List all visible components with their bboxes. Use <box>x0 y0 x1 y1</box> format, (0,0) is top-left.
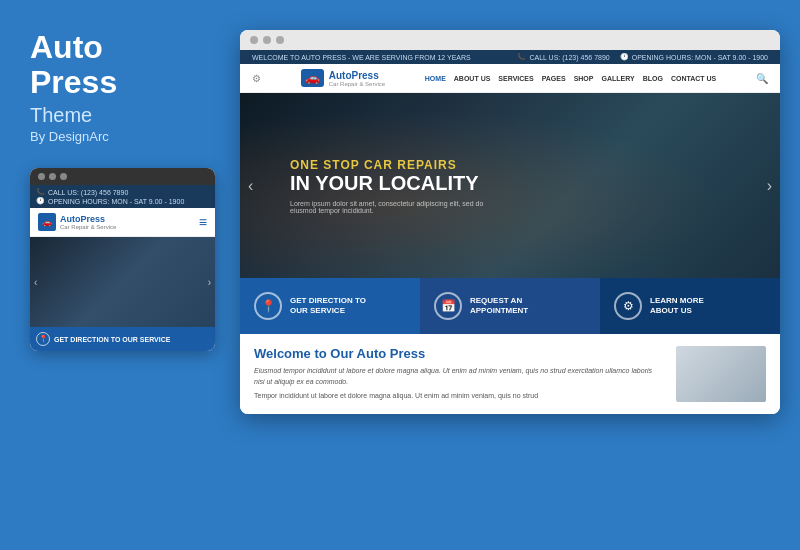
mobile-hero-bg <box>30 237 215 327</box>
hero-line2: IN YOUR LOCALITY <box>290 172 510 194</box>
cta-direction[interactable]: 📍 GET DIRECTION TOOUR SERVICE <box>240 278 420 334</box>
phone-icon: 📞 <box>36 188 45 196</box>
clock-icon-site: 🕐 <box>620 53 629 61</box>
welcome-text-block: Welcome to Our Auto Press Eiusmod tempor… <box>254 346 664 402</box>
mobile-cta-icon: 📍 <box>36 332 50 346</box>
site-logo-tagline: Car Repair & Service <box>329 81 385 87</box>
browser-dot-3 <box>276 36 284 44</box>
mobile-mockup: 📞 CALL US: (123) 456 7890 🕐 OPENING HOUR… <box>30 168 215 351</box>
site-logo: 🚗 AutoPress Car Repair & Service <box>301 69 385 87</box>
cta-learn-more[interactable]: ⚙ LEARN MOREABOUT US <box>600 278 780 334</box>
cta-learn-more-text: LEARN MOREABOUT US <box>650 296 704 315</box>
site-hours-text: OPENING HOURS: MON - SAT 9.00 - 1900 <box>632 54 768 61</box>
hero-line1: ONE STOP CAR REPAIRS <box>290 158 510 172</box>
main-container: Auto Press Theme By DesignArc 📞 CALL US:… <box>0 0 800 550</box>
site-logo-texts: AutoPress Car Repair & Service <box>329 70 385 87</box>
mobile-logo-text-block: AutoPress Car Repair & Service <box>60 214 116 230</box>
mobile-prev-arrow[interactable]: ‹ <box>34 277 37 288</box>
mobile-hero: ‹ › <box>30 237 215 327</box>
site-hours-item: 🕐 OPENING HOURS: MON - SAT 9.00 - 1900 <box>620 53 768 61</box>
site-logo-name: AutoPress <box>329 70 385 81</box>
settings-icon[interactable]: ⚙ <box>252 73 261 84</box>
phone-icon-site: 📞 <box>517 53 526 61</box>
site-hero: ‹ ONE STOP CAR REPAIRS IN YOUR LOCALITY … <box>240 93 780 278</box>
welcome-banner-text: WELCOME TO AUTO PRESS - WE ARE SERVING F… <box>252 54 471 61</box>
cta-direction-label: GET DIRECTION TOOUR SERVICE <box>290 296 366 315</box>
welcome-heading-text: Welcome to Our <box>254 346 353 361</box>
appointment-icon: 📅 <box>434 292 462 320</box>
theme-author: By DesignArc <box>30 129 220 144</box>
nav-pages[interactable]: PAGES <box>542 75 566 82</box>
mobile-hours-row: 🕐 OPENING HOURS: MON - SAT 9.00 - 1900 <box>36 197 209 205</box>
cta-appointment-text: REQUEST ANAPPOINTMENT <box>470 296 528 315</box>
site-nav-bar: ⚙ 🚗 AutoPress Car Repair & Service HOME … <box>240 64 780 93</box>
site-nav-links: HOME ABOUT US SERVICES PAGES SHOP GALLER… <box>425 75 716 82</box>
nav-contact[interactable]: CONTACT US <box>671 75 716 82</box>
clock-icon: 🕐 <box>36 197 45 205</box>
mobile-dot-2 <box>49 173 56 180</box>
mobile-cta-bar[interactable]: 📍 GET DIRECTION TO OUR SERVICE <box>30 327 215 351</box>
learn-more-icon: ⚙ <box>614 292 642 320</box>
site-logo-box: 🚗 <box>301 69 324 87</box>
welcome-heading: Welcome to Our Auto Press <box>254 346 664 361</box>
welcome-image <box>676 346 766 402</box>
site-info-right: 📞 CALL US: (123) 456 7890 🕐 OPENING HOUR… <box>517 53 768 61</box>
mobile-logo-icon: 🚗 <box>38 213 56 231</box>
nav-shop[interactable]: SHOP <box>574 75 594 82</box>
welcome-body1: Eiusmod tempor incididunt ut labore et d… <box>254 366 664 387</box>
browser-chrome-bar <box>240 30 780 50</box>
cta-direction-text: GET DIRECTION TOOUR SERVICE <box>290 296 366 315</box>
mobile-next-arrow[interactable]: › <box>208 277 211 288</box>
welcome-section: Welcome to Our Auto Press Eiusmod tempor… <box>240 334 780 414</box>
hamburger-icon[interactable]: ≡ <box>199 214 207 230</box>
theme-title: Auto Press <box>30 30 220 100</box>
nav-about[interactable]: ABOUT US <box>454 75 491 82</box>
left-panel: Auto Press Theme By DesignArc 📞 CALL US:… <box>30 30 220 351</box>
mobile-dot-1 <box>38 173 45 180</box>
browser-dot-1 <box>250 36 258 44</box>
welcome-img-overlay <box>676 346 766 402</box>
theme-subtitle: Theme <box>30 104 220 127</box>
search-icon[interactable]: 🔍 <box>756 73 768 84</box>
mobile-logo: 🚗 AutoPress Car Repair & Service <box>38 213 116 231</box>
nav-services[interactable]: SERVICES <box>498 75 533 82</box>
site-phone-item: 📞 CALL US: (123) 456 7890 <box>517 53 609 61</box>
site-info-bar: WELCOME TO AUTO PRESS - WE ARE SERVING F… <box>240 50 780 64</box>
nav-blog[interactable]: BLOG <box>643 75 663 82</box>
hero-content: ONE STOP CAR REPAIRS IN YOUR LOCALITY Lo… <box>240 158 560 214</box>
mobile-browser-bar <box>30 168 215 185</box>
hero-description: Lorem ipsum dolor sit amet, consectetur … <box>290 200 510 214</box>
cta-appointment[interactable]: 📅 REQUEST ANAPPOINTMENT <box>420 278 600 334</box>
nav-gallery[interactable]: GALLERY <box>601 75 634 82</box>
welcome-body2: Tempor incididunt ut labore et dolore ma… <box>254 391 664 402</box>
mobile-header: 🚗 AutoPress Car Repair & Service ≡ <box>30 208 215 237</box>
cta-appointment-label: REQUEST ANAPPOINTMENT <box>470 296 528 315</box>
browser-dot-2 <box>263 36 271 44</box>
mobile-phone-row: 📞 CALL US: (123) 456 7890 <box>36 188 209 196</box>
mobile-dot-3 <box>60 173 67 180</box>
welcome-brand-name: Auto Press <box>357 346 426 361</box>
theme-title-block: Auto Press Theme By DesignArc <box>30 30 220 144</box>
direction-icon: 📍 <box>254 292 282 320</box>
mobile-info-bar: 📞 CALL US: (123) 456 7890 🕐 OPENING HOUR… <box>30 185 215 208</box>
desktop-mockup: WELCOME TO AUTO PRESS - WE ARE SERVING F… <box>240 30 780 414</box>
cta-bar: 📍 GET DIRECTION TOOUR SERVICE 📅 REQUEST … <box>240 278 780 334</box>
nav-home[interactable]: HOME <box>425 75 446 82</box>
car-icon: 🚗 <box>305 71 320 85</box>
hero-next-arrow[interactable]: › <box>767 177 772 195</box>
cta-learn-more-label: LEARN MOREABOUT US <box>650 296 704 315</box>
site-phone-text: CALL US: (123) 456 7890 <box>529 54 609 61</box>
